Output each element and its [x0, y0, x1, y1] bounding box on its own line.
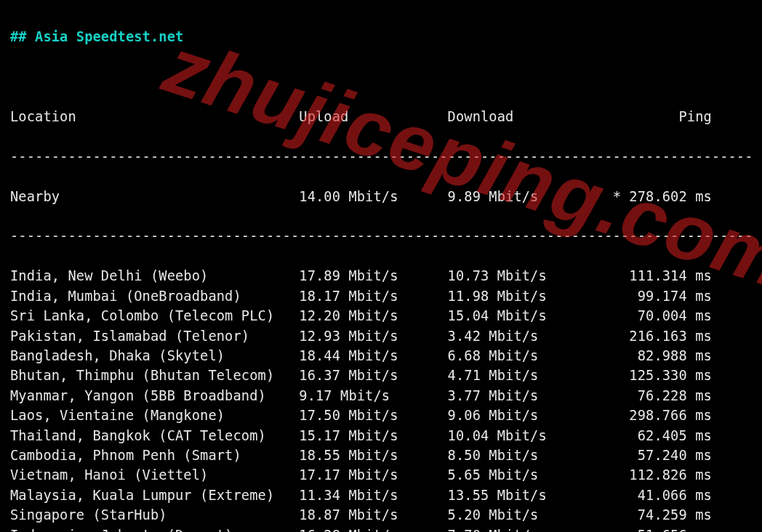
cell-upload: 12.20 Mbit/s — [299, 306, 447, 326]
divider: ----------------------------------------… — [10, 226, 752, 246]
cell-ping: 82.988 ms — [596, 346, 712, 366]
divider: ----------------------------------------… — [10, 147, 752, 166]
cell-download: 13.55 Mbit/s — [448, 485, 596, 505]
cell-location: Myanmar, Yangon (5BB Broadband) — [10, 386, 299, 406]
cell-upload: 17.89 Mbit/s — [299, 266, 447, 286]
cell-upload: 18.17 Mbit/s — [299, 286, 447, 306]
cell-download: 15.04 Mbit/s — [448, 306, 596, 326]
cell-upload: 17.50 Mbit/s — [299, 406, 447, 425]
cell-download: 3.77 Mbit/s — [448, 386, 596, 406]
table-row: Thailand, Bangkok (CAT Telecom) 15.17 Mb… — [10, 426, 752, 446]
cell-download: 5.20 Mbit/s — [448, 505, 596, 525]
cell-download: 9.06 Mbit/s — [448, 406, 596, 425]
blank-line — [10, 67, 752, 86]
cell-location: Bhutan, Thimphu (Bhutan Telecom) — [10, 366, 299, 385]
cell-location: Cambodia, Phnom Penh (Smart) — [10, 446, 299, 465]
nearby-row: Nearby 14.00 Mbit/s 9.89 Mbit/s * 278.60… — [10, 187, 752, 206]
table-row: Myanmar, Yangon (5BB Broadband) 9.17 Mbi… — [10, 386, 752, 406]
cell-ping: 51.656 ms — [596, 525, 712, 532]
cell-download: 6.68 Mbit/s — [448, 346, 596, 366]
cell-ping: 99.174 ms — [596, 286, 712, 306]
table-row: Sri Lanka, Colombo (Telecom PLC) 12.20 M… — [10, 306, 752, 326]
header-row: Location Upload Download Ping — [10, 107, 752, 126]
cell-location: India, Mumbai (OneBroadband) — [10, 286, 299, 306]
cell-ping: 112.826 ms — [596, 465, 712, 485]
cell-download: 11.98 Mbit/s — [448, 286, 596, 306]
cell-ping: 216.163 ms — [596, 326, 712, 346]
cell-ping: 41.066 ms — [596, 485, 712, 505]
table-row: Malaysia, Kuala Lumpur (Extreme) 11.34 M… — [10, 485, 752, 505]
cell-download: 3.42 Mbit/s — [448, 326, 596, 346]
table-row: Singapore (StarHub) 18.87 Mbit/s 5.20 Mb… — [10, 505, 752, 525]
cell-location: Singapore (StarHub) — [10, 505, 299, 525]
cell-ping: 57.240 ms — [596, 446, 712, 465]
cell-download: 10.73 Mbit/s — [448, 266, 596, 286]
table-row: Vietnam, Hanoi (Viettel) 17.17 Mbit/s 5.… — [10, 465, 752, 485]
cell-upload: 17.17 Mbit/s — [299, 465, 447, 485]
nearby-ping: * 278.602 ms — [596, 187, 712, 206]
col-download: Download — [448, 107, 596, 126]
col-location: Location — [10, 107, 299, 126]
cell-location: Bangladesh, Dhaka (Skytel) — [10, 346, 299, 366]
terminal-output: ## Asia Speedtest.net Location Upload Do… — [0, 0, 762, 532]
nearby-upload: 14.00 Mbit/s — [299, 187, 447, 206]
cell-upload: 12.93 Mbit/s — [299, 326, 447, 346]
cell-upload: 18.87 Mbit/s — [299, 505, 447, 525]
table-row: Laos, Vientaine (Mangkone) 17.50 Mbit/s … — [10, 406, 752, 425]
cell-location: Sri Lanka, Colombo (Telecom PLC) — [10, 306, 299, 326]
cell-ping: 298.766 ms — [596, 406, 712, 425]
cell-download: 7.70 Mbit/s — [448, 525, 596, 532]
table-row: Indonesia, Jakarta (Desnet) 16.28 Mbit/s… — [10, 525, 752, 532]
cell-ping: 111.314 ms — [596, 266, 712, 286]
table-row: Bangladesh, Dhaka (Skytel) 18.44 Mbit/s … — [10, 346, 752, 366]
cell-location: Pakistan, Islamabad (Telenor) — [10, 326, 299, 346]
cell-upload: 16.37 Mbit/s — [299, 366, 447, 385]
cell-download: 8.50 Mbit/s — [448, 446, 596, 465]
table-row: Bhutan, Thimphu (Bhutan Telecom) 16.37 M… — [10, 366, 752, 385]
nearby-download: 9.89 Mbit/s — [448, 187, 596, 206]
cell-location: Vietnam, Hanoi (Viettel) — [10, 465, 299, 485]
cell-upload: 15.17 Mbit/s — [299, 426, 447, 446]
cell-upload: 18.55 Mbit/s — [299, 446, 447, 465]
results-body: India, New Delhi (Weebo) 17.89 Mbit/s 10… — [10, 266, 752, 532]
cell-location: India, New Delhi (Weebo) — [10, 266, 299, 286]
cell-upload: 11.34 Mbit/s — [299, 485, 447, 505]
cell-ping: 62.405 ms — [596, 426, 712, 446]
cell-download: 5.65 Mbit/s — [448, 465, 596, 485]
cell-location: Malaysia, Kuala Lumpur (Extreme) — [10, 485, 299, 505]
cell-location: Laos, Vientaine (Mangkone) — [10, 406, 299, 425]
cell-upload: 9.17 Mbit/s — [299, 386, 447, 406]
cell-ping: 76.228 ms — [596, 386, 712, 406]
cell-upload: 18.44 Mbit/s — [299, 346, 447, 366]
cell-ping: 125.330 ms — [596, 366, 712, 385]
col-upload: Upload — [299, 107, 447, 126]
table-row: Pakistan, Islamabad (Telenor) 12.93 Mbit… — [10, 326, 752, 346]
table-row: India, New Delhi (Weebo) 17.89 Mbit/s 10… — [10, 266, 752, 286]
table-row: Cambodia, Phnom Penh (Smart) 18.55 Mbit/… — [10, 446, 752, 465]
col-ping: Ping — [596, 107, 712, 126]
cell-upload: 16.28 Mbit/s — [299, 525, 447, 532]
section-title: ## Asia Speedtest.net — [10, 27, 752, 47]
cell-download: 4.71 Mbit/s — [448, 366, 596, 385]
nearby-location: Nearby — [10, 187, 299, 206]
cell-location: Indonesia, Jakarta (Desnet) — [10, 525, 299, 532]
cell-download: 10.04 Mbit/s — [448, 426, 596, 446]
table-row: India, Mumbai (OneBroadband) 18.17 Mbit/… — [10, 286, 752, 306]
cell-ping: 70.004 ms — [596, 306, 712, 326]
cell-ping: 74.259 ms — [596, 505, 712, 525]
cell-location: Thailand, Bangkok (CAT Telecom) — [10, 426, 299, 446]
